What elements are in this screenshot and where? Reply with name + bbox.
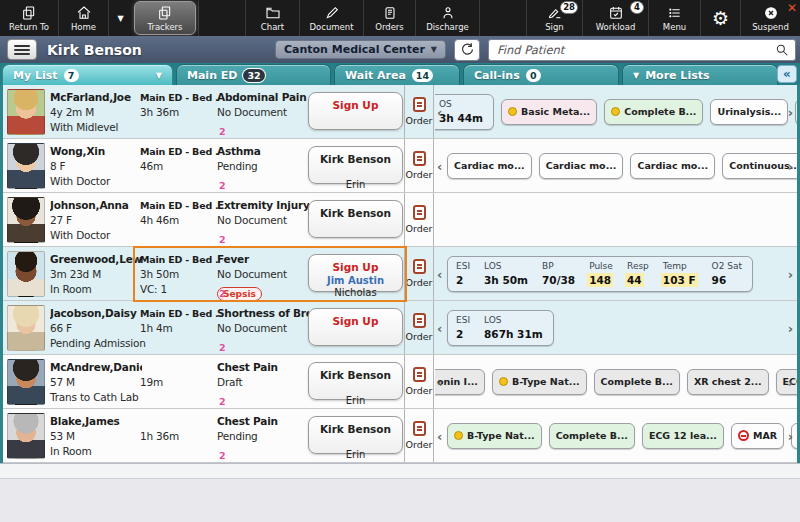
tab-call-ins[interactable]: Call-ins 0 (463, 64, 619, 85)
chevron-down-icon: ▼ (117, 14, 123, 23)
find-patient-input[interactable] (497, 41, 767, 59)
order-chip[interactable]: Cardiac mo... (630, 153, 715, 179)
patient-location: Main ED - Bed ... (140, 90, 218, 105)
order-chip[interactable]: Complete B... (549, 423, 635, 449)
scroll-right-icon[interactable]: › (788, 104, 793, 119)
tab-count-badge: 14 (412, 69, 433, 82)
patient-photo[interactable] (7, 251, 45, 297)
tab-wait-area[interactable]: Wait Area 14 (334, 64, 460, 85)
orders-button[interactable]: Orders (363, 0, 415, 36)
order-chip[interactable]: MAR (731, 423, 784, 449)
patient-row[interactable]: McAndrew,Daniel57 MTrans to Cath Lab 19m… (3, 355, 797, 409)
order-chip[interactable]: Cardiac mo... (539, 153, 624, 179)
tab-more-lists[interactable]: ▼ More Lists (622, 64, 778, 85)
order-chip[interactable]: XR chest 2... (687, 369, 769, 395)
settings-button[interactable]: ⚙ (700, 0, 740, 36)
order-chip[interactable]: ECG 12 lea... (776, 369, 797, 395)
patient-row[interactable]: Jacobson,Daisy66 FPending Admission Main… (3, 301, 797, 355)
order-chip[interactable]: US abdomen (795, 99, 797, 125)
order-chip[interactable]: onin I... (435, 369, 485, 395)
patient-photo[interactable] (7, 359, 45, 405)
order-button[interactable]: Order (404, 409, 434, 462)
scroll-left-icon[interactable]: ‹ (437, 266, 442, 281)
order-button[interactable]: Order (404, 85, 434, 138)
chief-complaint: Shortness of Bre... (217, 306, 309, 321)
patient-row[interactable]: Johnson,Anna27 FWith Doctor Main ED - Be… (3, 193, 797, 247)
toolbar-spacer (479, 0, 526, 36)
scroll-right-icon[interactable]: › (788, 266, 793, 281)
trackers-button[interactable]: Trackers (134, 1, 196, 35)
patient-photo[interactable] (7, 143, 45, 189)
discharge-button[interactable]: Discharge (415, 0, 479, 36)
patient-row-selected[interactable]: Greenwood,Lewis3m 23d MIn Room Main ED -… (3, 247, 797, 301)
orders-strip: ‹OS3h 44mBasic Meta...Complete B...Urina… (435, 85, 797, 138)
vitals-chip[interactable]: ESI2LOS867h 31m (447, 310, 554, 346)
patient-photo[interactable] (7, 89, 45, 135)
order-chip[interactable]: ECG 12 lea... (642, 423, 724, 449)
scroll-left-icon[interactable]: ‹ (437, 104, 442, 119)
toolbar-label: Suspend (752, 22, 789, 32)
scroll-right-icon[interactable]: › (788, 320, 793, 335)
patient-row[interactable]: Wong,Xin8 FWith Doctor Main ED - Bed ...… (3, 139, 797, 193)
toolbar-label: Home (71, 22, 96, 32)
return-to-button[interactable]: Return To (0, 0, 58, 36)
patient-row[interactable]: McFarland,Joe4y 2m MWith Midlevel Main E… (3, 85, 797, 139)
tab-my-list[interactable]: My List 7 ▼ (2, 64, 173, 85)
facility-dropdown[interactable]: Canton Medical Center ▼ (275, 40, 446, 59)
order-button[interactable]: Order (404, 193, 434, 246)
order-button[interactable]: Order (404, 247, 434, 300)
orders-strip: ‹› (435, 193, 797, 246)
order-button[interactable]: Order (404, 139, 434, 192)
home-button[interactable]: Home (58, 0, 108, 36)
patient-location (140, 360, 218, 375)
document-button[interactable]: Document (299, 0, 363, 36)
clipboard-icon (381, 5, 399, 21)
patient-photo[interactable] (7, 305, 45, 351)
patient-location (140, 414, 218, 429)
order-chip[interactable]: Basic Meta... (501, 99, 597, 125)
order-chip[interactable]: Continuous... (722, 153, 797, 179)
search-icon[interactable] (775, 43, 789, 57)
assigned-nurse: Erin (308, 395, 403, 406)
vitals-chip[interactable]: ESI2LOS3h 50mBP70/38Pulse148Resp44Temp10… (447, 256, 753, 292)
toolbar-label: Sign (545, 22, 564, 32)
order-chip[interactable]: Complete B... (594, 369, 680, 395)
refresh-button[interactable] (454, 39, 480, 61)
sign-up-button[interactable]: Sign Up (308, 308, 403, 346)
scroll-left-icon[interactable]: ‹ (437, 428, 442, 443)
scroll-left-icon[interactable]: ‹ (437, 158, 442, 173)
assigned-nurse: Erin (308, 449, 403, 460)
order-button[interactable]: Order (404, 301, 434, 354)
scroll-right-icon[interactable]: › (788, 428, 793, 443)
sign-up-button[interactable]: Sign Up (308, 92, 403, 130)
patient-photo[interactable] (7, 197, 45, 243)
patient-age-sex: 66 F (50, 321, 142, 336)
collapse-panel-button[interactable]: « (777, 65, 797, 83)
chart-button[interactable]: Chart (245, 0, 299, 36)
scroll-right-icon[interactable]: › (788, 158, 793, 173)
sign-button[interactable]: Sign 28 (526, 0, 582, 36)
tab-main-ed[interactable]: Main ED 32 (176, 64, 331, 85)
workload-button[interactable]: Workload 4 (582, 0, 648, 36)
order-chip[interactable]: Cardiac mo... (447, 153, 532, 179)
patient-row[interactable]: Blake,James53 MIn Room 1h 36m Chest Pain… (3, 409, 797, 463)
vitals-chip[interactable]: OS3h 44m (435, 94, 494, 130)
home-dropdown-button[interactable]: ▼ (108, 0, 132, 36)
scroll-left-icon[interactable]: ‹ (437, 374, 442, 389)
menu-button[interactable]: Menu (648, 0, 700, 36)
tab-count-badge: 7 (64, 69, 79, 82)
order-chip[interactable]: B-Type Nat... (492, 369, 587, 395)
order-chip[interactable]: Complete B... (604, 99, 703, 125)
order-button[interactable]: Order (404, 355, 434, 408)
chevron-down-icon: ▼ (633, 71, 639, 80)
order-chip[interactable]: B-Type Nat... (447, 423, 542, 449)
scroll-right-icon[interactable]: › (788, 374, 793, 389)
vc-count (140, 444, 218, 459)
order-chip[interactable]: Urinalysis... (710, 99, 788, 125)
hamburger-menu-button[interactable] (7, 39, 37, 60)
close-icon[interactable]: ✕ (787, 1, 797, 15)
assigned-physician-button[interactable]: Kirk Benson (308, 200, 403, 238)
scroll-left-icon[interactable]: ‹ (437, 320, 442, 335)
patient-photo[interactable] (7, 413, 45, 459)
doc-status: Pending (217, 159, 309, 174)
